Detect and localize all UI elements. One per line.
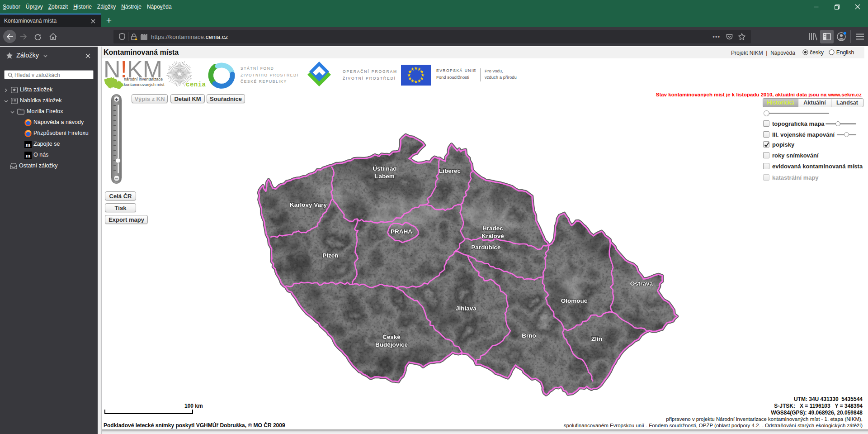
- svg-text:Plzeň: Plzeň: [322, 252, 338, 259]
- svg-text:České: České: [382, 334, 401, 340]
- svg-text:Pardubice: Pardubice: [471, 244, 501, 251]
- svg-text:Labem: Labem: [375, 173, 395, 180]
- svg-text:Hradec: Hradec: [482, 225, 503, 232]
- svg-text:Ústí nad: Ústí nad: [373, 165, 396, 172]
- svg-text:Olomouc: Olomouc: [561, 297, 588, 304]
- svg-text:Budějovice: Budějovice: [375, 341, 408, 348]
- svg-text:PRAHA: PRAHA: [391, 228, 412, 235]
- svg-text:Brno: Brno: [522, 332, 536, 339]
- svg-text:Liberec: Liberec: [439, 167, 461, 174]
- svg-text:Zlín: Zlín: [591, 335, 602, 342]
- svg-text:Ostrava: Ostrava: [630, 280, 653, 287]
- svg-text:Jihlava: Jihlava: [456, 305, 476, 312]
- svg-text:Králové: Králové: [481, 233, 504, 239]
- svg-text:Karlovy Vary: Karlovy Vary: [290, 201, 327, 208]
